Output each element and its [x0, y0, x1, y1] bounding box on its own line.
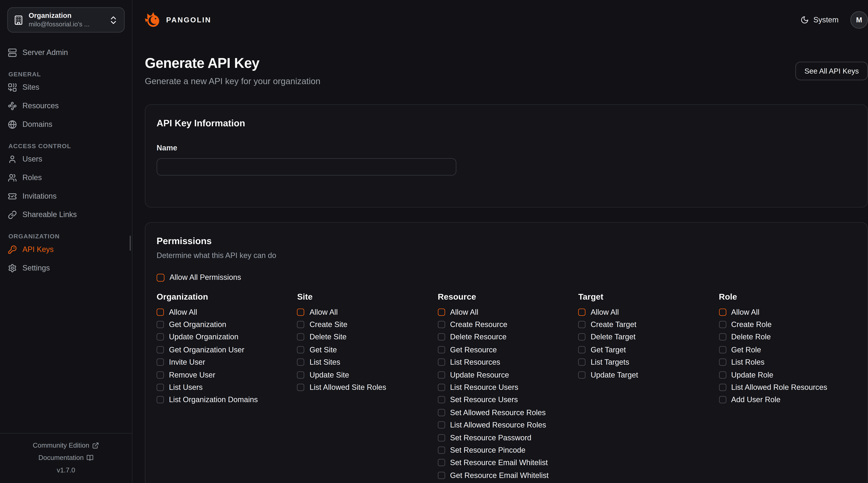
permission-item-label: Add User Role: [731, 396, 780, 404]
perm-resource-list-resource-users[interactable]: List Resource Users: [438, 381, 518, 394]
checkbox-icon: [438, 447, 445, 454]
documentation-label: Documentation: [38, 454, 84, 462]
perm-site-list-allowed-site-roles[interactable]: List Allowed Site Roles: [297, 381, 386, 394]
permission-item-label: Get Resource: [450, 346, 497, 354]
checkbox-icon: [438, 359, 445, 366]
perm-resource-get-resource[interactable]: Get Resource: [438, 343, 497, 356]
perm-organization-invite-user[interactable]: Invite User: [157, 356, 205, 368]
pangolin-logo[interactable]: PANGOLIN: [145, 11, 211, 28]
perm-resource-get-resource-email-whitelist[interactable]: Get Resource Email Whitelist: [438, 469, 549, 481]
perm-organization-get-organization-user[interactable]: Get Organization User: [157, 343, 244, 356]
sidebar-item-roles[interactable]: Roles: [8, 171, 124, 184]
perm-role-allow-all[interactable]: Allow All: [719, 306, 760, 318]
perm-resource-set-resource-pincode[interactable]: Set Resource Pincode: [438, 444, 525, 456]
perm-resource-create-resource[interactable]: Create Resource: [438, 318, 507, 331]
perm-role-list-roles[interactable]: List Roles: [719, 356, 765, 368]
sidebar-item-label: Domains: [22, 120, 52, 128]
perm-resource-set-resource-email-whitelist[interactable]: Set Resource Email Whitelist: [438, 456, 548, 469]
theme-toggle[interactable]: System: [801, 16, 839, 24]
perm-organization-list-users[interactable]: List Users: [157, 381, 203, 394]
checkbox-icon: [438, 308, 445, 316]
name-input[interactable]: [157, 158, 456, 175]
permission-item-label: List Targets: [591, 358, 629, 366]
sidebar-item-label: Invitations: [22, 192, 57, 200]
perm-organization-allow-all[interactable]: Allow All: [157, 306, 197, 318]
perm-role-delete-role[interactable]: Delete Role: [719, 331, 771, 343]
permission-item-label: Get Site: [310, 346, 337, 354]
perm-target-delete-target[interactable]: Delete Target: [578, 331, 636, 343]
org-switcher[interactable]: Organization milo@fossorial.io's ...: [7, 7, 125, 33]
sidebar-item-domains[interactable]: Domains: [8, 118, 124, 131]
sidebar-item-resources[interactable]: Resources: [8, 99, 124, 112]
sidebar-scrollbar-thumb[interactable]: [129, 235, 131, 251]
checkbox-icon: [297, 308, 305, 316]
sidebar-item-label: Roles: [22, 173, 42, 182]
user-avatar[interactable]: M: [850, 11, 868, 29]
perm-organization-remove-user[interactable]: Remove User: [157, 368, 215, 381]
perm-resource-list-resources[interactable]: List Resources: [438, 356, 500, 368]
sidebar-item-invitations[interactable]: Invitations: [8, 190, 124, 202]
checkbox-icon: [719, 359, 726, 366]
checkbox-icon: [719, 333, 726, 341]
perm-role-list-allowed-role-resources[interactable]: List Allowed Role Resources: [719, 381, 827, 394]
checkbox-icon: [438, 321, 445, 328]
perm-organization-list-organization-domains[interactable]: List Organization Domains: [157, 394, 258, 406]
perm-resource-set-allowed-resource-roles[interactable]: Set Allowed Resource Roles: [438, 406, 546, 419]
sidebar-item-shareable-links[interactable]: Shareable Links: [8, 208, 124, 221]
checkbox-icon: [719, 371, 726, 378]
perm-resource-list-allowed-resource-roles[interactable]: List Allowed Resource Roles: [438, 419, 546, 431]
perm-site-allow-all[interactable]: Allow All: [297, 306, 338, 318]
perm-role-create-role[interactable]: Create Role: [719, 318, 772, 331]
permission-group-access-token: Access Token: [157, 482, 294, 483]
waypoints-icon: [8, 101, 17, 110]
perm-role-update-role[interactable]: Update Role: [719, 368, 773, 381]
permission-item-label: List Sites: [310, 358, 340, 366]
sidebar-item-sites[interactable]: Sites: [8, 81, 124, 94]
perm-role-add-user-role[interactable]: Add User Role: [719, 394, 780, 406]
permission-item-label: Create Resource: [450, 320, 507, 329]
perm-resource-allow-all[interactable]: Allow All: [438, 306, 478, 318]
permission-item-label: Allow All: [310, 308, 338, 316]
documentation-link[interactable]: Documentation: [0, 452, 132, 464]
sidebar-item-api-keys[interactable]: API Keys: [8, 243, 124, 256]
perm-site-get-site[interactable]: Get Site: [297, 343, 337, 356]
perm-resource-set-resource-password[interactable]: Set Resource Password: [438, 431, 531, 444]
perm-role-get-role[interactable]: Get Role: [719, 343, 761, 356]
perm-resource-delete-resource[interactable]: Delete Resource: [438, 331, 506, 343]
perm-resource-set-resource-users[interactable]: Set Resource Users: [438, 394, 518, 406]
perm-target-list-targets[interactable]: List Targets: [578, 356, 629, 368]
permission-item-label: Get Organization: [169, 320, 226, 329]
sidebar-item-label: Shareable Links: [22, 211, 77, 219]
checkbox-icon: [297, 321, 305, 328]
permission-item-label: List Allowed Site Roles: [310, 383, 386, 392]
sidebar-item-settings[interactable]: Settings: [8, 261, 124, 274]
perm-organization-update-organization[interactable]: Update Organization: [157, 331, 239, 343]
perm-target-create-target[interactable]: Create Target: [578, 318, 637, 331]
permission-item-label: Allow All: [591, 308, 619, 316]
perm-target-get-target[interactable]: Get Target: [578, 343, 626, 356]
sidebar-item-users[interactable]: Users: [8, 153, 124, 165]
permission-group-resource-rule: Resource Rule: [297, 482, 434, 483]
checkbox-icon: [438, 421, 445, 429]
page-subtitle: Generate a new API key for your organiza…: [145, 76, 320, 87]
permission-item-label: Set Allowed Resource Roles: [450, 408, 546, 417]
allow-all-permissions-checkbox[interactable]: Allow All Permissions: [157, 273, 241, 282]
perm-site-create-site[interactable]: Create Site: [297, 318, 347, 331]
checkbox-icon: [297, 384, 305, 391]
perm-target-update-target[interactable]: Update Target: [578, 368, 638, 381]
permissions-grid: Organization Allow All Get Organization …: [157, 291, 856, 483]
perm-resource-update-resource[interactable]: Update Resource: [438, 368, 509, 381]
permission-item-label: Create Target: [591, 320, 637, 329]
perm-site-update-site[interactable]: Update Site: [297, 368, 349, 381]
perm-organization-get-organization[interactable]: Get Organization: [157, 318, 226, 331]
permission-item-label: Set Resource Pincode: [450, 446, 526, 455]
link-icon: [8, 210, 17, 219]
community-edition-link[interactable]: Community Edition: [0, 439, 132, 452]
permission-group-title: Resource: [438, 291, 575, 302]
perm-site-list-sites[interactable]: List Sites: [297, 356, 340, 368]
see-all-api-keys-button[interactable]: See All API Keys: [796, 62, 868, 80]
perm-site-delete-site[interactable]: Delete Site: [297, 331, 347, 343]
perm-target-allow-all[interactable]: Allow All: [578, 306, 619, 318]
sidebar-item-server-admin[interactable]: Server Admin: [8, 46, 124, 59]
permission-item-label: Create Site: [310, 320, 347, 329]
